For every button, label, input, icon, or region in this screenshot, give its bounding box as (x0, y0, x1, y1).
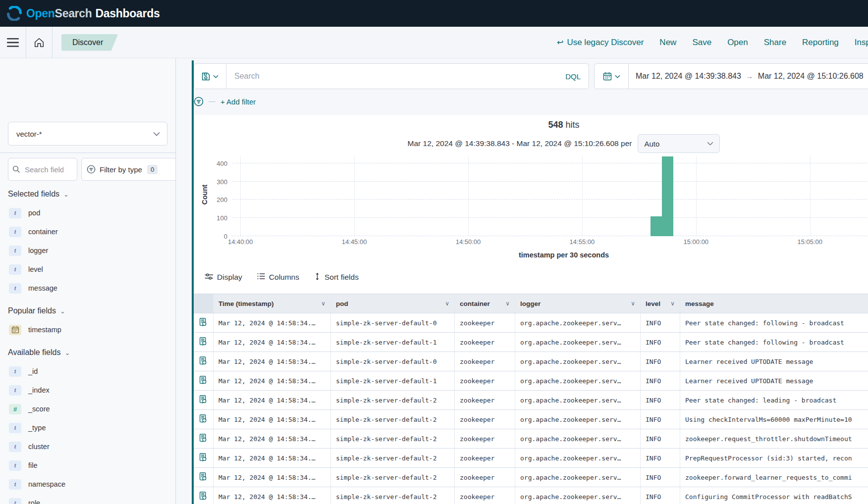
nav-action-open[interactable]: Open (727, 38, 748, 48)
field-item-score[interactable]: #_score (0, 400, 175, 418)
table-row[interactable]: Mar 12, 2024 @ 14:58:34.…simple-zk-serve… (194, 391, 868, 410)
date-to[interactable]: Mar 12, 2024 @ 15:10:26.608 (758, 72, 864, 81)
expand-document-button[interactable] (194, 371, 214, 390)
expand-document-button[interactable] (194, 449, 214, 467)
expand-document-button[interactable] (194, 391, 214, 409)
nav-action-new[interactable]: New (659, 38, 676, 48)
table-row[interactable]: Mar 12, 2024 @ 14:58:34.…simple-zk-serve… (194, 468, 868, 487)
table-row[interactable]: Mar 12, 2024 @ 14:58:34.…simple-zk-serve… (194, 371, 868, 391)
filter-circle-icon[interactable] (194, 97, 204, 106)
column-sort-chevron-icon[interactable]: ∨ (667, 300, 675, 307)
table-row[interactable]: Mar 12, 2024 @ 14:58:34.…simple-zk-serve… (194, 410, 868, 429)
date-from[interactable]: Mar 12, 2024 @ 14:39:38.843 (636, 72, 741, 81)
index-pattern-select[interactable]: vector-* (8, 122, 167, 146)
column-label: Time (timestamp) (218, 300, 274, 307)
display-button[interactable]: Display (205, 273, 242, 282)
field-name: _id (28, 367, 38, 375)
expand-document-button[interactable] (194, 313, 214, 332)
cell-logger: org.apache.zookeeper.serv… (515, 468, 641, 487)
field-name: logger (28, 247, 48, 254)
search-input[interactable] (226, 72, 557, 81)
field-item-namespace[interactable]: tnamespace (0, 475, 175, 494)
breadcrumb[interactable]: Discover (61, 34, 118, 51)
query-language-button[interactable]: DQL (557, 72, 589, 81)
home-button[interactable] (26, 27, 52, 58)
chart-gridline-horizontal (232, 199, 868, 200)
nav-action-label: New (659, 38, 676, 48)
field-item-pod[interactable]: tpod (0, 203, 175, 222)
navbar: Discover ↩Use legacy DiscoverNewSaveOpen… (0, 27, 868, 58)
cell-time: Mar 12, 2024 @ 14:58:34.… (214, 429, 331, 448)
cell-message: Learner received UPTODATE message (680, 352, 868, 371)
column-sort-chevron-icon[interactable]: ∨ (318, 300, 326, 307)
histogram-bar[interactable] (662, 156, 673, 236)
filter-by-type-button[interactable]: Filter by type 0 (81, 158, 176, 181)
section-heading-available-fields[interactable]: Available fields⌄ (0, 343, 175, 362)
expand-document-button[interactable] (194, 352, 214, 371)
field-item-role[interactable]: trole (0, 494, 175, 504)
cell-level: INFO (641, 468, 680, 487)
column-sort-chevron-icon[interactable]: ∨ (628, 300, 635, 307)
cell-logger: org.apache.zookeeper.serv… (515, 352, 641, 371)
column-label: container (460, 300, 490, 307)
toolbar-button-label: Display (217, 273, 242, 282)
expand-document-button[interactable] (194, 333, 214, 352)
date-range[interactable]: Mar 12, 2024 @ 14:39:38.843 → Mar 12, 20… (629, 72, 868, 81)
toolbar-button-label: Sort fields (325, 273, 359, 282)
column-sort-chevron-icon[interactable]: ∨ (502, 300, 510, 307)
field-type-text-icon: t (9, 442, 21, 452)
field-item-timestamp[interactable]: timestamp (0, 320, 175, 339)
field-item-cluster[interactable]: tcluster (0, 437, 175, 456)
field-item-message[interactable]: tmessage (0, 279, 175, 298)
section-heading-popular-fields[interactable]: Popular fields⌄ (0, 302, 175, 320)
table-row[interactable]: Mar 12, 2024 @ 14:58:34.…simple-zk-serve… (194, 352, 868, 371)
sort-fields-button[interactable]: Sort fields (314, 273, 359, 282)
field-item-index[interactable]: t_index (0, 381, 175, 400)
table-row[interactable]: Mar 12, 2024 @ 14:58:34.…simple-zk-serve… (194, 429, 868, 449)
column-sort-chevron-icon[interactable]: ∨ (442, 300, 449, 307)
column-label: logger (520, 300, 541, 307)
field-item-file[interactable]: tfile (0, 456, 175, 475)
field-search-input[interactable] (24, 165, 64, 174)
calendar-button[interactable] (595, 64, 629, 89)
nav-action-share[interactable]: Share (764, 38, 786, 48)
field-item-type[interactable]: t_type (0, 418, 175, 437)
add-filter-button[interactable]: + Add filter (220, 98, 256, 106)
cell-message: Configuring CommitProcessor with readBat… (680, 487, 868, 504)
histogram-bar[interactable] (651, 216, 662, 237)
saved-query-button[interactable] (194, 64, 226, 89)
cell-message: Using checkIntervalMs=60000 maxPerMinute… (680, 410, 868, 429)
nav-action-save[interactable]: Save (692, 38, 711, 48)
field-item-container[interactable]: tcontainer (0, 222, 175, 241)
field-item-id[interactable]: t_id (0, 362, 175, 381)
nav-action-inspect[interactable]: Inspect (855, 38, 868, 48)
cell-level: INFO (641, 333, 680, 352)
field-type-text-icon: t (9, 479, 21, 490)
field-item-logger[interactable]: tlogger (0, 241, 175, 260)
histogram-chart[interactable]: Count 14:40:0014:45:0014:50:0014:55:0015… (194, 156, 868, 248)
menu-button[interactable] (0, 27, 26, 58)
cell-level: INFO (641, 391, 680, 409)
interval-select[interactable]: Auto (638, 134, 720, 153)
field-type-text-icon: t (9, 208, 21, 218)
expand-document-button[interactable] (194, 429, 214, 448)
expand-document-button[interactable] (194, 487, 214, 504)
columns-button[interactable]: Columns (257, 273, 299, 282)
cell-message: Learner received UPTODATE message (680, 371, 868, 390)
arrow-right-icon: → (746, 72, 753, 80)
nav-action-use-legacy-discover[interactable]: ↩Use legacy Discover (557, 38, 644, 48)
nav-action-label: Open (727, 38, 748, 48)
table-row[interactable]: Mar 12, 2024 @ 14:58:34.…simple-zk-serve… (194, 333, 868, 352)
expand-document-button[interactable] (194, 468, 214, 487)
nav-action-reporting[interactable]: Reporting (802, 38, 839, 48)
table-row[interactable]: Mar 12, 2024 @ 14:58:34.…simple-zk-serve… (194, 449, 868, 468)
chart-gridline-vertical (468, 156, 469, 236)
field-item-level[interactable]: tlevel (0, 260, 175, 279)
table-row[interactable]: Mar 12, 2024 @ 14:58:34.…simple-zk-serve… (194, 313, 868, 333)
expand-document-button[interactable] (194, 410, 214, 429)
table-row[interactable]: Mar 12, 2024 @ 14:58:34.…simple-zk-serve… (194, 487, 868, 504)
main-body: DQL Mar 12, 2024 @ 14:39:38.843 → Mar 12… (194, 58, 868, 504)
x-tick-label: 14:55:00 (570, 238, 595, 246)
chart-plot[interactable]: 14:40:0014:45:0014:50:0014:55:0015:00:00… (232, 156, 868, 236)
section-heading-selected-fields[interactable]: Selected fields⌄ (0, 185, 175, 203)
